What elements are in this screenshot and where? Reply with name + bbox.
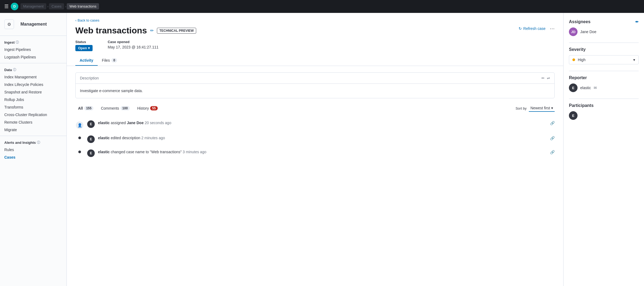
sort-label: Sort by xyxy=(516,106,527,110)
sidebar-section-alerts: Alerts and Insights ⓘ xyxy=(0,138,66,146)
user-avatar[interactable]: D xyxy=(11,3,18,10)
more-options-button[interactable]: ⋯ xyxy=(550,26,555,32)
sidebar-section-ingest: Ingest ⓘ xyxy=(0,38,66,46)
sidebar-item-logstash-pipelines[interactable]: Logstash Pipelines xyxy=(0,53,66,61)
description-icons: ✏ ⇌ xyxy=(541,76,550,80)
timeline-icon-col xyxy=(75,135,84,139)
timeline-icon-col xyxy=(75,149,84,153)
sidebar-item-index-lifecycle-policies[interactable]: Index Lifecycle Policies xyxy=(0,81,66,88)
sidebar-section-data: Data ⓘ xyxy=(0,65,66,73)
reporter-name: elastic xyxy=(580,86,591,90)
divider xyxy=(0,136,66,136)
sidebar-item-cross-cluster[interactable]: Cross-Cluster Replication xyxy=(0,111,66,118)
expand-icon[interactable]: ⇌ xyxy=(547,76,550,80)
reporter-title: Reporter xyxy=(569,75,639,80)
edit-assignees-icon[interactable]: ✏ xyxy=(635,20,639,24)
sidebar-header: ⚙ Management xyxy=(0,17,66,33)
tabs-row: Activity Files 0 xyxy=(75,55,555,66)
link-icon[interactable]: 🔗 xyxy=(550,121,555,125)
description-card: Description ✏ ⇌ Investigate e-commerce s… xyxy=(75,72,555,98)
hamburger-icon[interactable]: ☰ xyxy=(4,4,9,9)
user-assign-icon: 👤 xyxy=(76,121,83,129)
timeline-text: elastic edited description 2 minutes ago xyxy=(98,135,165,141)
case-title: Web transactions xyxy=(75,26,147,36)
timeline: 👤 E elastic assigned Jane Doe 20 seconds… xyxy=(75,117,555,160)
description-label: Description xyxy=(80,76,99,80)
filter-all[interactable]: All 155 xyxy=(75,105,96,112)
description-header: Description ✏ ⇌ xyxy=(76,73,554,84)
description-body: Investigate e-commerce sample data. xyxy=(76,84,554,98)
main-content: ‹ Back to cases Web transactions ✏ TECHN… xyxy=(67,13,563,286)
refresh-icon: ↻ xyxy=(519,26,522,31)
breadcrumb-current: Web transactions xyxy=(67,3,99,9)
chevron-down-icon: ▾ xyxy=(88,46,90,50)
assignee-row: JD Jane Doe xyxy=(569,27,639,36)
files-badge: 0 xyxy=(111,58,117,62)
sidebar-item-transforms[interactable]: Transforms xyxy=(0,103,66,111)
main-layout: ⚙ Management Ingest ⓘ Ingest Pipelines L… xyxy=(0,13,644,286)
sidebar-item-cases[interactable]: Cases xyxy=(0,154,66,161)
sort-select[interactable]: Newest first ▾ xyxy=(529,105,555,112)
status-section: Status Open ▾ xyxy=(75,40,93,51)
reporter-row: E elastic ✉ xyxy=(569,83,639,92)
chevron-down-icon: ▾ xyxy=(633,58,635,62)
info-icon: ⓘ xyxy=(13,68,16,72)
case-opened-value: May 17, 2023 @ 16:41:27.111 xyxy=(108,45,159,49)
reporter-section: Reporter E elastic ✉ xyxy=(569,75,639,92)
divider xyxy=(569,43,639,43)
timeline-content: elastic changed case name to "Web transa… xyxy=(98,149,555,155)
timeline-dot xyxy=(78,137,81,139)
refresh-case-button[interactable]: ↻ Refresh case xyxy=(519,26,546,31)
chevron-left-icon: ‹ xyxy=(75,18,76,22)
tab-activity[interactable]: Activity xyxy=(75,55,98,66)
edit-title-icon[interactable]: ✏ xyxy=(150,28,154,33)
sidebar-item-ingest-pipelines[interactable]: Ingest Pipelines xyxy=(0,46,66,53)
link-icon[interactable]: 🔗 xyxy=(550,136,555,140)
status-badge[interactable]: Open ▾ xyxy=(75,45,93,51)
content-body: Description ✏ ⇌ Investigate e-commerce s… xyxy=(67,66,563,167)
meta-row: Status Open ▾ Case opened May 17, 2023 @… xyxy=(75,40,196,51)
sidebar-item-remote-clusters[interactable]: Remote Clusters xyxy=(0,118,66,126)
edit-description-icon[interactable]: ✏ xyxy=(541,76,545,80)
sidebar-item-snapshot-restore[interactable]: Snapshot and Restore xyxy=(0,88,66,96)
link-icon[interactable]: 🔗 xyxy=(550,150,555,154)
tab-files[interactable]: Files 0 xyxy=(98,55,121,66)
info-icon: ⓘ xyxy=(16,40,19,45)
severity-dot xyxy=(572,58,575,61)
back-to-cases-link[interactable]: ‹ Back to cases xyxy=(75,18,555,22)
timeline-item: 👤 E elastic assigned Jane Doe 20 seconds… xyxy=(75,117,555,132)
header-actions: ↻ Refresh case ⋯ xyxy=(519,26,555,32)
participant-avatar: E xyxy=(569,111,578,120)
sidebar-item-rules[interactable]: Rules xyxy=(0,146,66,154)
top-nav: ☰ D Management › Cases › Web transaction… xyxy=(0,0,644,13)
severity-select[interactable]: High ▾ xyxy=(569,55,639,64)
filter-comments[interactable]: Comments 100 xyxy=(98,105,132,112)
filter-history[interactable]: History 55 xyxy=(135,105,160,112)
timeline-icon-col: 👤 xyxy=(75,120,84,129)
right-panel: Assignees ✏ JD Jane Doe Severity High ▾ xyxy=(563,13,644,286)
participant-row: E xyxy=(569,111,639,120)
assignee-name: Jane Doe xyxy=(580,30,596,34)
timeline-text: elastic assigned Jane Doe 20 seconds ago xyxy=(98,120,171,126)
comments-count-badge: 100 xyxy=(121,106,130,110)
assignee-avatar: JD xyxy=(569,27,578,36)
breadcrumb-cases[interactable]: Cases xyxy=(49,3,64,9)
elastic-avatar-1: E xyxy=(87,120,95,128)
breadcrumb-management[interactable]: Management xyxy=(20,3,46,9)
breadcrumb: Management › Cases › Web transactions xyxy=(20,3,100,9)
sort-chevron-icon: ▾ xyxy=(551,106,553,110)
timeline-dot xyxy=(78,151,81,153)
reporter-email-icon[interactable]: ✉ xyxy=(594,86,597,90)
timeline-content: elastic edited description 2 minutes ago… xyxy=(98,135,555,141)
page-header: ‹ Back to cases Web transactions ✏ TECHN… xyxy=(67,13,563,66)
sidebar-item-rollup-jobs[interactable]: Rollup Jobs xyxy=(0,96,66,103)
divider xyxy=(0,36,66,36)
filter-row: All 155 Comments 100 History 55 Sort by xyxy=(75,105,555,112)
sidebar-item-migrate[interactable]: Migrate xyxy=(0,126,66,134)
status-label: Status xyxy=(75,40,93,44)
sort-row: Sort by Newest first ▾ xyxy=(516,105,555,112)
reporter-avatar: E xyxy=(569,83,578,92)
timeline-item: E elastic edited description 2 minutes a… xyxy=(75,132,555,146)
sidebar-item-index-management[interactable]: Index Management xyxy=(0,73,66,81)
filter-tabs: All 155 Comments 100 History 55 xyxy=(75,105,160,112)
